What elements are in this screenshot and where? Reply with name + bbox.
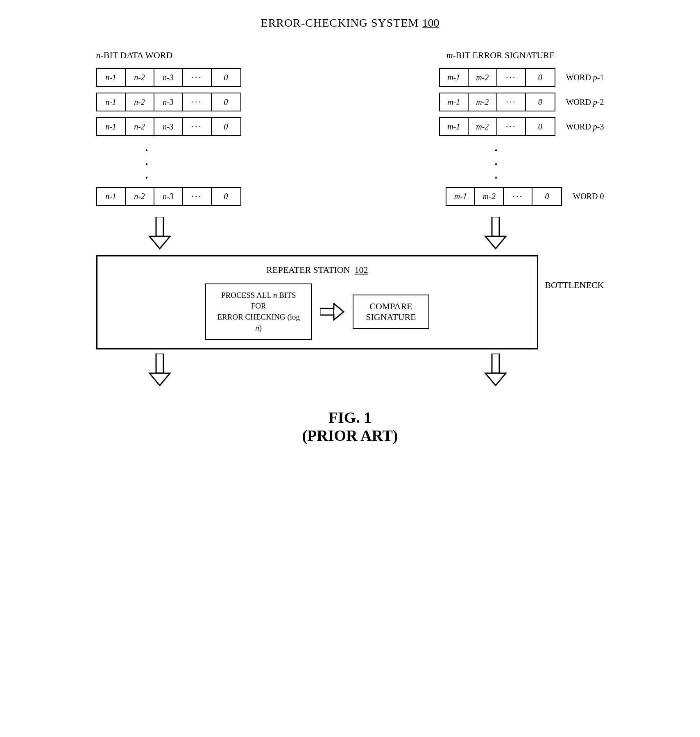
title-number: 100 — [422, 16, 439, 29]
bit-n3-p1: n-3 — [154, 69, 183, 86]
bit-n1-p1: n-1 — [97, 69, 126, 86]
left-arrow-bottom — [96, 354, 174, 388]
bit-n2-p1: n-2 — [126, 69, 154, 86]
right-arrow-icon — [320, 303, 344, 321]
left-arrow-top — [96, 217, 174, 251]
repeater-section: REPEATER STATION 102 PROCESS ALL n BITS … — [84, 255, 616, 349]
repeater-inner: PROCESS ALL n BITS FORERROR CHECKING (lo… — [107, 283, 528, 340]
left-dots: · · · — [96, 143, 148, 185]
svg-rect-14 — [492, 354, 499, 373]
right-col-header: m-BIT ERROR SIGNATURE — [446, 50, 555, 61]
word-row-p2: n-1 n-2 n-3 ··· 0 m-1 m-2 ··· 0 WORD p-2 — [96, 93, 604, 111]
left-col-header: n-BIT DATA WORD — [96, 50, 173, 61]
right-arrow-top — [481, 217, 604, 251]
rbit-ellipsis-p1: ··· — [497, 69, 526, 86]
compare-box: COMPARESIGNATURE — [353, 295, 429, 329]
bottom-arrows — [84, 354, 616, 388]
rbit-m2-p1: m-2 — [469, 69, 497, 86]
right-word-row-p2: m-1 m-2 ··· 0 — [439, 93, 555, 111]
left-word-row-p2: n-1 n-2 n-3 ··· 0 — [96, 93, 241, 111]
right-arrow-bottom — [481, 354, 604, 388]
rbit-m1-p1: m-1 — [440, 69, 469, 86]
svg-rect-5 — [492, 217, 499, 236]
right-word-row-p1: m-1 m-2 ··· 0 — [439, 68, 555, 87]
dots-section: · · · · · · — [84, 143, 616, 185]
word-row-p3: n-1 n-2 n-3 ··· 0 m-1 m-2 ··· 0 WORD p-3 — [96, 117, 604, 136]
page: ERROR-CHECKING SYSTEM 100 n-BIT DATA WOR… — [84, 16, 616, 444]
top-arrows — [84, 217, 616, 251]
process-box: PROCESS ALL n BITS FORERROR CHECKING (lo… — [205, 283, 312, 340]
prior-art-label: (PRIOR ART) — [302, 426, 398, 444]
left-word-row-p1: n-1 n-2 n-3 ··· 0 — [96, 68, 241, 87]
left-word-row-p3: n-1 n-2 n-3 ··· 0 — [96, 117, 241, 136]
right-dots: · · · — [495, 143, 604, 185]
figure-section: FIG. 1 (PRIOR ART) — [302, 408, 398, 444]
word-label-p2: WORD p-2 — [566, 98, 604, 107]
title-row: ERROR-CHECKING SYSTEM 100 — [261, 16, 439, 29]
title-text: ERROR-CHECKING SYSTEM — [261, 16, 419, 29]
svg-rect-1 — [156, 217, 163, 236]
svg-rect-11 — [156, 354, 163, 373]
word-label-p3: WORD p-3 — [566, 122, 604, 132]
bottleneck-label: BOTTLENECK — [545, 255, 604, 290]
bit-0-p1: 0 — [212, 69, 240, 86]
repeater-box: REPEATER STATION 102 PROCESS ALL n BITS … — [96, 255, 539, 349]
column-headers: n-BIT DATA WORD m-BIT ERROR SIGNATURE — [84, 50, 616, 61]
figure-label: FIG. 1 — [302, 408, 398, 426]
rbit-0-p1: 0 — [526, 69, 555, 86]
repeater-title: REPEATER STATION 102 — [107, 265, 528, 275]
word-row-0: n-1 n-2 n-3 ··· 0 m-1 m-2 ··· 0 WORD 0 — [96, 187, 604, 206]
right-word-row-0: m-1 m-2 ··· 0 — [446, 187, 562, 206]
word-label-0: WORD 0 — [573, 192, 604, 201]
svg-rect-8 — [320, 308, 335, 315]
word-label-p1: WORD p-1 — [566, 73, 604, 82]
repeater-number: 102 — [354, 265, 368, 275]
bit-ellipsis-p1: ··· — [183, 69, 212, 86]
word-row-p1: n-1 n-2 n-3 ··· 0 m-1 m-2 ··· 0 WORD p-1 — [96, 68, 604, 87]
right-word-row-p3: m-1 m-2 ··· 0 — [439, 117, 555, 136]
left-word-row-0: n-1 n-2 n-3 ··· 0 — [96, 187, 241, 206]
